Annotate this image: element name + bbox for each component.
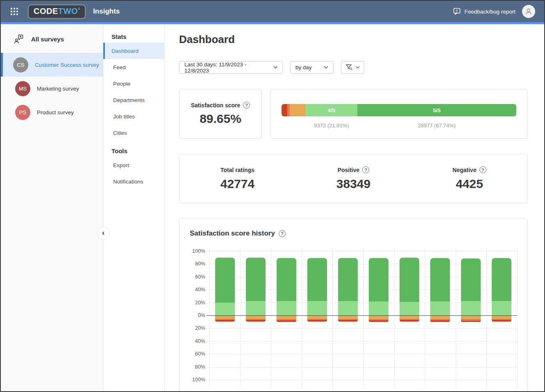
bar-segment-5of5 (400, 258, 419, 302)
help-icon[interactable]: ? (243, 102, 250, 109)
gridline (240, 247, 241, 389)
history-bar-11/20/2023[interactable] (277, 247, 296, 389)
gridline (332, 247, 333, 389)
nav-item-departments[interactable]: Departments (103, 92, 164, 108)
totals-card: Total ratings 42774 Positive? 38349 Nega… (179, 154, 528, 203)
surveys-sidebar: ★ All surveys CS Customer Success survey… (1, 24, 103, 391)
dist-sublabel-5of5: 28977 (67.74%) (418, 122, 456, 129)
y-tick-label: 20% (195, 325, 205, 331)
total-stat: Negative? 4425 (411, 166, 527, 191)
bar-segment-5of5 (277, 258, 296, 301)
nav-item-notifications[interactable]: Notifications (103, 173, 164, 190)
history-bar-11/23/2023[interactable] (369, 247, 388, 389)
history-bar-11/22/2023[interactable] (338, 247, 358, 389)
app-title: Insights (93, 7, 120, 16)
survey-label: Product survey (37, 109, 74, 116)
bar-segment-4of5 (400, 302, 419, 315)
logo-text-code: CODE (34, 7, 58, 16)
codetwo-logo[interactable]: CODETWO® (28, 5, 86, 19)
nav-item-feed[interactable]: Feed (103, 59, 164, 75)
nav-section-header: Stats (103, 33, 164, 43)
bar-segment-1of5 (246, 320, 266, 322)
help-icon[interactable]: ? (362, 166, 369, 173)
history-bar-11/24/2023[interactable] (400, 247, 419, 389)
date-range-value: Last 30 days: 11/9/2023 - 12/8/2023 (184, 61, 268, 74)
nav-item-dashboard[interactable]: Dashboard (103, 43, 164, 59)
total-stat-value: 38349 (336, 177, 370, 191)
history-bar-11/27/2023[interactable] (492, 247, 511, 389)
y-tick-label: 60% (195, 351, 205, 357)
history-bar-11/21/2023[interactable] (307, 247, 327, 389)
bar-segment-1of5 (338, 320, 358, 322)
bar-segment-1of5 (307, 320, 327, 322)
y-tick-label: 100% (192, 248, 205, 254)
nav-item-people[interactable]: People (103, 75, 164, 92)
granularity-select[interactable]: by day (290, 61, 334, 74)
bar-segment-3of5 (246, 315, 266, 319)
filter-funnel-icon (346, 64, 353, 70)
total-stat: Total ratings 42774 (179, 167, 295, 191)
bar-segment-4of5 (430, 301, 450, 315)
feedback-bug-report-link[interactable]: Feedback/bug report (453, 8, 515, 15)
nav-item-cities[interactable]: Cities (103, 125, 164, 141)
all-surveys-icon: ★ (13, 33, 25, 45)
nav-section-header: Tools (103, 147, 164, 157)
bar-segment-1of5 (215, 320, 235, 322)
bar-segment-4of5 (461, 301, 481, 315)
satisfaction-score-card: Satisfaction score ? 89.65% (179, 89, 262, 138)
bar-segment-4of5 (307, 301, 327, 315)
bar-segment-3of5 (277, 315, 296, 319)
total-stat: Positive? 38349 (295, 166, 411, 191)
survey-avatar: CS (13, 57, 28, 73)
survey-avatar: MS (15, 81, 30, 96)
bar-segment-1of5 (400, 320, 419, 322)
history-bar-11/18/2023[interactable] (215, 247, 235, 389)
survey-list: CS Customer Success survey MS Marketing … (1, 53, 103, 124)
bar-segment-5of5 (338, 258, 358, 301)
gridline (271, 247, 271, 389)
bar-segment-1of5 (461, 321, 481, 322)
history-bar-11/25/2023[interactable] (430, 247, 450, 389)
survey-list-item[interactable]: CS Customer Success survey (1, 53, 103, 77)
user-avatar[interactable] (522, 5, 535, 18)
filters-button[interactable] (341, 61, 364, 74)
chevron-down-icon (324, 66, 328, 69)
bar-segment-5of5 (246, 258, 266, 301)
y-tick-label: 100% (192, 377, 205, 383)
app-launcher-icon[interactable] (11, 8, 18, 15)
svg-text:★: ★ (19, 35, 22, 39)
help-icon[interactable]: ? (479, 166, 486, 173)
survey-list-item[interactable]: MS Marketing survey (1, 77, 103, 100)
bar-segment-1of5 (369, 320, 388, 322)
nav-section: Stats Dashboard Feed People Departments … (103, 33, 164, 147)
nav-item-job-titles[interactable]: Job titles (103, 108, 164, 125)
gridline (302, 247, 302, 389)
bar-segment-3of5 (492, 315, 511, 319)
help-icon[interactable]: ? (279, 230, 286, 237)
person-icon (525, 7, 533, 16)
history-bar-11/19/2023[interactable] (246, 247, 266, 389)
dist-segment-1of5 (282, 104, 287, 116)
history-bar-11/26/2023[interactable] (461, 247, 481, 389)
bar-segment-5of5 (215, 258, 235, 303)
bar-segment-5of5 (492, 258, 511, 301)
total-stat-label: Negative (452, 167, 476, 173)
date-range-select[interactable]: Last 30 days: 11/9/2023 - 12/8/2023 (179, 61, 283, 74)
dist-segment-3of5 (290, 104, 306, 116)
registered-mark: ® (78, 7, 80, 10)
total-stat-label: Positive (338, 167, 360, 173)
nav-item-export[interactable]: Export (103, 157, 164, 173)
satisfaction-history-chart: 100%80%60%40%20%0%20%40%60%80%100% (190, 247, 517, 389)
zero-line (207, 315, 517, 316)
satisfaction-score-label: Satisfaction score (191, 102, 241, 109)
dist-sublabel-4of5: 9372 (21.91%) (314, 122, 349, 129)
bar-segment-5of5 (430, 258, 450, 301)
nav-section: Tools Export Notifications (103, 147, 164, 196)
y-tick-label: 0% (198, 313, 205, 318)
top-bar: CODETWO® Insights Feedback/bug report (1, 1, 544, 22)
sidebar-collapse-button[interactable]: ‹ (97, 227, 110, 240)
y-tick-label: 40% (195, 338, 205, 344)
gridline (363, 247, 364, 389)
survey-list-item[interactable]: PS Product survey (1, 100, 103, 124)
all-surveys-item[interactable]: ★ All surveys (1, 24, 103, 53)
